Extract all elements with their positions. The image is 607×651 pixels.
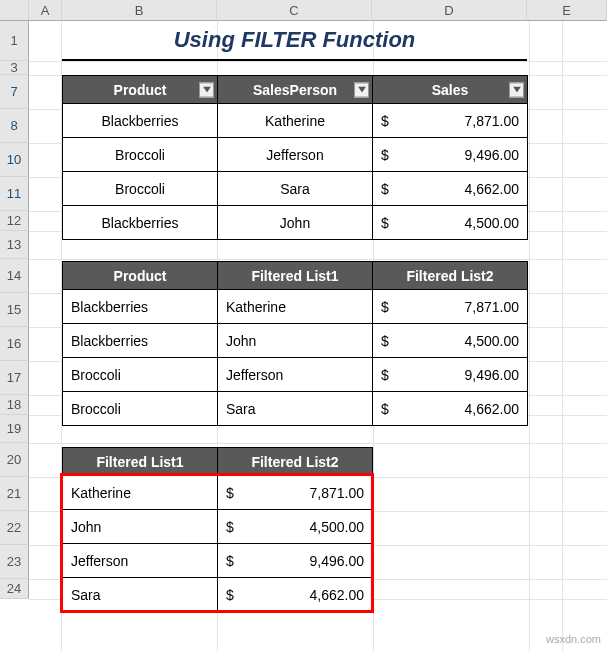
product-cell[interactable]: Broccoli xyxy=(63,392,218,426)
row-header-12[interactable]: 12 xyxy=(0,211,29,231)
currency-symbol: $ xyxy=(381,299,389,315)
col-header-d[interactable]: D xyxy=(372,0,527,21)
table-row: BlackberriesKatherine$7,871.00 xyxy=(63,104,528,138)
person-cell[interactable]: Katherine xyxy=(218,104,373,138)
t3-header-list1-label: Filtered List1 xyxy=(96,454,183,470)
currency-symbol: $ xyxy=(381,147,389,163)
t2-header-product: Product xyxy=(63,262,218,290)
chevron-down-icon xyxy=(513,87,521,93)
row-header-3[interactable]: 3 xyxy=(0,61,29,75)
sales-amount: 9,496.00 xyxy=(465,147,520,163)
chevron-down-icon xyxy=(203,87,211,93)
data-table-3: Filtered List1 Filtered List2 Katherine$… xyxy=(62,447,373,612)
t1-header-product-label: Product xyxy=(114,82,167,98)
person-cell[interactable]: Jefferson xyxy=(218,358,373,392)
row-header-1[interactable]: 1 xyxy=(0,21,29,61)
row-header-15[interactable]: 15 xyxy=(0,293,29,327)
column-headers: A B C D E xyxy=(0,0,607,21)
sales-cell[interactable]: $4,662.00 xyxy=(373,172,528,206)
t2-header-list1-label: Filtered List1 xyxy=(251,268,338,284)
row-header-22[interactable]: 22 xyxy=(0,511,29,545)
sales-amount: 4,500.00 xyxy=(465,215,520,231)
filter-button[interactable] xyxy=(509,82,524,97)
currency-symbol: $ xyxy=(226,553,234,569)
table-row: John$4,500.00 xyxy=(63,510,373,544)
row-header-19[interactable]: 19 xyxy=(0,415,29,443)
t2-header-list2-label: Filtered List2 xyxy=(406,268,493,284)
sales-amount: 7,871.00 xyxy=(465,113,520,129)
sales-cell[interactable]: $7,871.00 xyxy=(373,104,528,138)
product-cell[interactable]: Blackberries xyxy=(63,290,218,324)
cell-canvas[interactable]: Using FILTER Function Product SalesPerso… xyxy=(29,21,607,651)
row-header-11[interactable]: 11 xyxy=(0,177,29,211)
t3-header-list1: Filtered List1 xyxy=(63,448,218,476)
sales-cell[interactable]: $4,500.00 xyxy=(373,324,528,358)
product-cell[interactable]: Blackberries xyxy=(63,104,218,138)
row-header-24[interactable]: 24 xyxy=(0,579,29,599)
person-cell[interactable]: Katherine xyxy=(218,290,373,324)
table-row: BroccoliJefferson$9,496.00 xyxy=(63,358,528,392)
row-header-18[interactable]: 18 xyxy=(0,395,29,415)
table-row: Jefferson$9,496.00 xyxy=(63,544,373,578)
table-row: Katherine$7,871.00 xyxy=(63,476,373,510)
person-cell[interactable]: Katherine xyxy=(63,476,218,510)
data-table-1: Product SalesPerson Sales xyxy=(62,75,528,240)
filter-button[interactable] xyxy=(354,82,369,97)
row-header-17[interactable]: 17 xyxy=(0,361,29,395)
sales-cell[interactable]: $9,496.00 xyxy=(218,544,373,578)
sales-cell[interactable]: $9,496.00 xyxy=(373,138,528,172)
product-cell[interactable]: Broccoli xyxy=(63,172,218,206)
row-header-10[interactable]: 10 xyxy=(0,143,29,177)
spreadsheet-view: A B C D E 137810111213141516171819202122… xyxy=(0,0,607,651)
sales-cell[interactable]: $4,500.00 xyxy=(218,510,373,544)
row-header-23[interactable]: 23 xyxy=(0,545,29,579)
row-header-16[interactable]: 16 xyxy=(0,327,29,361)
sales-amount: 4,662.00 xyxy=(465,181,520,197)
sales-amount: 9,496.00 xyxy=(310,553,365,569)
filter-button[interactable] xyxy=(199,82,214,97)
col-header-a[interactable]: A xyxy=(29,0,62,21)
person-cell[interactable]: John xyxy=(63,510,218,544)
select-all-corner[interactable] xyxy=(0,0,29,21)
col-header-e[interactable]: E xyxy=(527,0,607,21)
t3-header-list2: Filtered List2 xyxy=(218,448,373,476)
sales-cell[interactable]: $7,871.00 xyxy=(218,476,373,510)
row-header-14[interactable]: 14 xyxy=(0,259,29,293)
row-header-7[interactable]: 7 xyxy=(0,75,29,109)
row-header-8[interactable]: 8 xyxy=(0,109,29,143)
col-header-b[interactable]: B xyxy=(62,0,217,21)
person-cell[interactable]: Sara xyxy=(218,172,373,206)
product-cell[interactable]: Blackberries xyxy=(63,206,218,240)
currency-symbol: $ xyxy=(381,367,389,383)
table-row: Sara$4,662.00 xyxy=(63,578,373,612)
sales-amount: 4,662.00 xyxy=(310,587,365,603)
product-cell[interactable]: Broccoli xyxy=(63,138,218,172)
sales-cell[interactable]: $4,662.00 xyxy=(218,578,373,612)
person-cell[interactable]: Jefferson xyxy=(63,544,218,578)
person-cell[interactable]: John xyxy=(218,324,373,358)
table-row: BlackberriesJohn$4,500.00 xyxy=(63,206,528,240)
sales-amount: 4,500.00 xyxy=(465,333,520,349)
data-table-2: Product Filtered List1 Filtered List2 Bl… xyxy=(62,261,528,426)
person-cell[interactable]: Sara xyxy=(63,578,218,612)
row-header-20[interactable]: 20 xyxy=(0,443,29,477)
row-header-21[interactable]: 21 xyxy=(0,477,29,511)
table-row: BlackberriesKatherine$7,871.00 xyxy=(63,290,528,324)
sales-cell[interactable]: $9,496.00 xyxy=(373,358,528,392)
sales-cell[interactable]: $4,662.00 xyxy=(373,392,528,426)
person-cell[interactable]: John xyxy=(218,206,373,240)
table-row: BroccoliSara$4,662.00 xyxy=(63,172,528,206)
row-headers: 1378101112131415161718192021222324 xyxy=(0,21,29,651)
currency-symbol: $ xyxy=(226,485,234,501)
product-cell[interactable]: Broccoli xyxy=(63,358,218,392)
row-header-13[interactable]: 13 xyxy=(0,231,29,259)
currency-symbol: $ xyxy=(381,181,389,197)
product-cell[interactable]: Blackberries xyxy=(63,324,218,358)
sales-amount: 9,496.00 xyxy=(465,367,520,383)
person-cell[interactable]: Jefferson xyxy=(218,138,373,172)
sales-cell[interactable]: $4,500.00 xyxy=(373,206,528,240)
sales-cell[interactable]: $7,871.00 xyxy=(373,290,528,324)
col-header-c[interactable]: C xyxy=(217,0,372,21)
watermark: wsxdn.com xyxy=(546,633,601,645)
person-cell[interactable]: Sara xyxy=(218,392,373,426)
